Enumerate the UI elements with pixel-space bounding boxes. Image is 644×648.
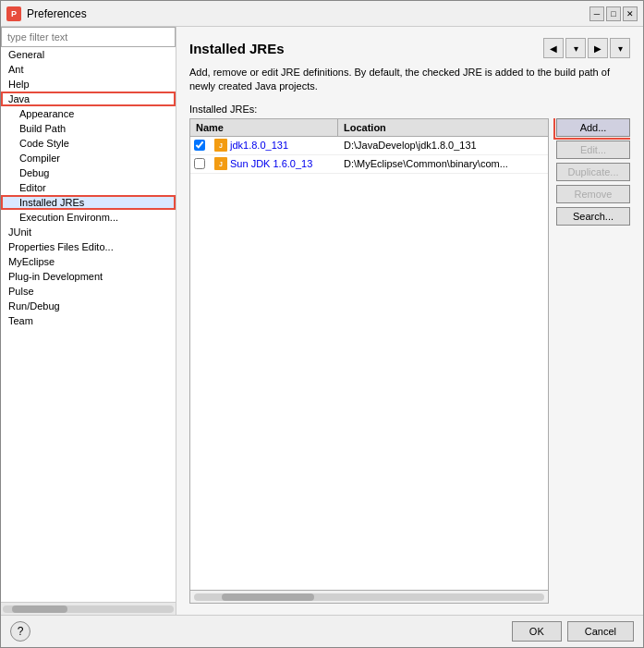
duplicate-button[interactable]: Duplicate...	[556, 163, 630, 181]
table-header: Name Location	[190, 119, 548, 137]
forward-button[interactable]: ▶	[588, 38, 608, 58]
sidebar-item-pulse[interactable]: Pulse	[1, 284, 176, 299]
sidebar-item-execution-env[interactable]: Execution Environm...	[1, 210, 176, 225]
forward-dropdown-button[interactable]: ▾	[610, 38, 630, 58]
sidebar-item-team[interactable]: Team	[1, 313, 176, 328]
row1-checkbox-cell[interactable]	[190, 138, 209, 153]
col-header-location: Location	[338, 119, 548, 136]
jre-icon-2: J	[214, 157, 227, 170]
row1-location-cell: D:\JavaDevelop\jdk1.8.0_131	[338, 138, 548, 153]
tree-container: General Ant Help Java Appearance Build P…	[1, 47, 176, 602]
table-row[interactable]: J Sun JDK 1.6.0_13 D:\MyEclipse\Common\b…	[190, 155, 548, 174]
content-area: General Ant Help Java Appearance Build P…	[1, 27, 643, 615]
edit-button[interactable]: Edit...	[556, 141, 630, 159]
row2-checkbox[interactable]	[194, 158, 205, 169]
table-scrollbar[interactable]	[190, 590, 548, 603]
col-header-name: Name	[190, 119, 338, 136]
sidebar-item-compiler[interactable]: Compiler	[1, 151, 176, 165]
table-body: J jdk1.8.0_131 D:\JavaDevelop\jdk1.8.0_1…	[190, 137, 548, 590]
help-button[interactable]: ?	[10, 621, 30, 642]
left-panel: General Ant Help Java Appearance Build P…	[1, 27, 176, 615]
remove-button[interactable]: Remove	[556, 185, 630, 203]
window-controls: ─ □ ✕	[589, 6, 638, 21]
panel-header: Installed JREs ◀ ▾ ▶ ▾	[189, 38, 630, 58]
cancel-button[interactable]: Cancel	[567, 621, 634, 642]
table-row[interactable]: J jdk1.8.0_131 D:\JavaDevelop\jdk1.8.0_1…	[190, 137, 548, 155]
sidebar-item-java[interactable]: Java	[1, 92, 176, 106]
filter-input[interactable]	[1, 27, 176, 47]
row2-name-cell: J Sun JDK 1.6.0_13	[209, 155, 338, 172]
app-icon: P	[6, 6, 21, 21]
title-bar: P Preferences ─ □ ✕	[1, 1, 643, 27]
nav-buttons: ◀ ▾ ▶ ▾	[543, 38, 630, 58]
panel-title: Installed JREs	[189, 41, 285, 56]
maximize-button[interactable]: □	[606, 6, 621, 21]
row1-name-link[interactable]: jdk1.8.0_131	[230, 140, 288, 151]
window-title: Preferences	[27, 7, 584, 20]
sidebar-item-build-path[interactable]: Build Path	[1, 121, 176, 136]
row1-name-cell: J jdk1.8.0_131	[209, 137, 338, 153]
sidebar-item-myeclipse[interactable]: MyEclipse	[1, 254, 176, 269]
bottom-bar: ? OK Cancel	[1, 615, 643, 647]
search-button[interactable]: Search...	[556, 207, 630, 226]
sidebar-item-general[interactable]: General	[1, 47, 176, 62]
jre-content-row: Name Location J jdk1.8.0_131	[189, 118, 630, 604]
jre-icon-1: J	[214, 139, 227, 152]
description-text: Add, remove or edit JRE definitions. By …	[189, 66, 630, 94]
dialog-buttons: OK Cancel	[512, 621, 634, 642]
sidebar-item-installed-jres[interactable]: Installed JREs	[1, 195, 176, 210]
sidebar-item-code-style[interactable]: Code Style	[1, 136, 176, 151]
row2-name-link[interactable]: Sun JDK 1.6.0_13	[230, 158, 312, 169]
left-scroll-thumb	[12, 605, 67, 613]
action-buttons: Add... Edit... Duplicate... Remove Searc…	[556, 118, 630, 604]
back-dropdown-button[interactable]: ▾	[565, 38, 586, 58]
close-button[interactable]: ✕	[623, 6, 638, 21]
sidebar-item-help[interactable]: Help	[1, 77, 176, 92]
sidebar-item-prop-files[interactable]: Properties Files Edito...	[1, 239, 176, 254]
row2-location-cell: D:\MyEclipse\Common\binary\com...	[338, 156, 548, 171]
sidebar-item-debug[interactable]: Debug	[1, 165, 176, 180]
jre-table: Name Location J jdk1.8.0_131	[189, 118, 549, 604]
sidebar-item-appearance[interactable]: Appearance	[1, 106, 176, 121]
scroll-track	[194, 593, 544, 601]
back-button[interactable]: ◀	[543, 38, 564, 58]
ok-button[interactable]: OK	[512, 621, 562, 642]
sidebar-item-junit[interactable]: JUnit	[1, 225, 176, 239]
scroll-thumb	[222, 593, 314, 601]
sidebar-item-plugin-dev[interactable]: Plug-in Development	[1, 269, 176, 284]
left-scroll-track	[3, 605, 174, 613]
right-panel: Installed JREs ◀ ▾ ▶ ▾ Add, remove or ed…	[176, 27, 643, 615]
row2-checkbox-cell[interactable]	[190, 156, 209, 171]
row1-checkbox[interactable]	[194, 140, 205, 151]
sidebar-item-editor[interactable]: Editor	[1, 180, 176, 195]
add-button[interactable]: Add...	[556, 118, 630, 137]
left-scrollbar[interactable]	[1, 602, 176, 615]
preferences-window: P Preferences ─ □ ✕ General Ant Help Jav…	[0, 0, 644, 648]
minimize-button[interactable]: ─	[589, 6, 604, 21]
installed-jres-label: Installed JREs:	[189, 104, 630, 115]
sidebar-item-run-debug[interactable]: Run/Debug	[1, 299, 176, 313]
sidebar-item-ant[interactable]: Ant	[1, 62, 176, 77]
